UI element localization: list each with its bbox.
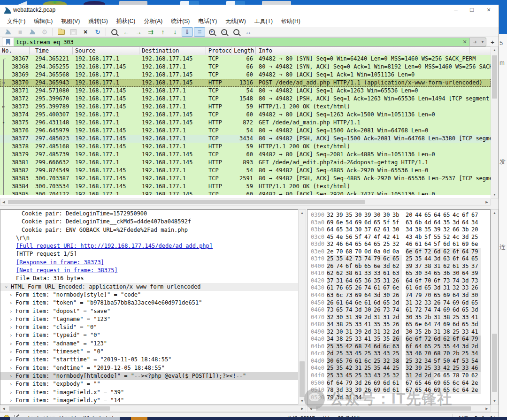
hex-byte[interactable]: 3d — [336, 394, 346, 402]
hex-byte[interactable]: 61 — [392, 380, 402, 387]
packet-row-38372[interactable]: 38372295.399670192.168.177.145192.168.17… — [0, 95, 491, 103]
hex-row-03e0[interactable]: 03e02e7068700d0a0d0a6e6f726d626f6479 — [307, 248, 490, 256]
hex-byte[interactable]: 20 — [406, 212, 415, 219]
hex-byte[interactable]: 69 — [355, 292, 364, 299]
hex-byte[interactable]: 66 — [453, 226, 462, 234]
capture-options-icon[interactable]: ⚙ — [39, 27, 50, 37]
hex-byte[interactable]: 36 — [364, 277, 374, 285]
packet-row-38376[interactable]: 38376296.645979192.168.177.145192.168.17… — [0, 127, 491, 135]
column-header-source[interactable]: Source — [73, 47, 139, 54]
hex-byte[interactable]: 35 — [336, 365, 346, 372]
scroll-left-icon[interactable]: ◀ — [307, 405, 314, 412]
hex-byte[interactable]: 5f — [434, 358, 443, 365]
hex-byte[interactable]: 5f — [355, 234, 364, 241]
hex-byte[interactable]: 4e — [336, 234, 346, 241]
hex-byte[interactable]: 33 — [364, 372, 374, 380]
hex-byte[interactable]: 64 — [462, 270, 471, 277]
hex-byte[interactable]: 61 — [383, 270, 392, 277]
menu-statistics[interactable]: 统计(S) — [167, 16, 194, 27]
column-header-protocol[interactable]: Protocol — [206, 47, 231, 54]
hex-byte[interactable]: 25 — [346, 321, 355, 328]
hex-byte[interactable]: 35 — [443, 343, 453, 351]
packet-row-38375[interactable]: •38375296.431148192.168.177.1192.168.177… — [0, 119, 491, 127]
packet-row-38371[interactable]: 38371294.571080192.168.177.145192.168.17… — [0, 87, 491, 95]
expand-icon[interactable]: › — [9, 340, 13, 348]
hex-byte[interactable]: 6d — [374, 343, 383, 351]
hex-byte[interactable]: 74 — [336, 263, 346, 270]
hex-byte[interactable]: 30 — [355, 226, 364, 234]
hex-row-04a0[interactable]: 04a034382533413535266e6f726d626f6479 — [307, 336, 490, 343]
hex-byte[interactable]: 35 — [336, 255, 346, 263]
hex-byte[interactable]: 32 — [327, 314, 336, 321]
hex-byte[interactable]: 65 — [383, 299, 392, 307]
hex-byte[interactable]: 6f — [406, 343, 415, 351]
detail-row-22[interactable]: ›Form item: "imageField.x" = "39" — [0, 389, 306, 397]
hex-byte[interactable]: 33 — [355, 336, 364, 343]
packet-row-38368[interactable]: 38368294.365255192.168.177.145192.168.17… — [0, 63, 491, 71]
hex-byte[interactable]: 65 — [336, 226, 346, 234]
hex-byte[interactable]: 62 — [471, 372, 481, 380]
hex-byte[interactable]: 67 — [406, 380, 415, 387]
hex-byte[interactable]: 61 — [336, 299, 346, 307]
hex-byte[interactable]: 63 — [392, 343, 402, 351]
hex-byte[interactable]: 53 — [462, 358, 471, 365]
hex-byte[interactable]: 26 — [327, 263, 336, 270]
detail-link[interactable]: [Next request in frame: 38375] — [16, 267, 118, 274]
hex-byte[interactable]: 64 — [364, 241, 374, 248]
hex-byte[interactable]: 65 — [471, 255, 481, 263]
detail-row-6[interactable]: [Response in frame: 38373] — [0, 259, 306, 267]
menu-view[interactable]: 视图(V) — [57, 16, 84, 27]
hex-byte[interactable]: 61 — [374, 284, 383, 292]
zoom-in-icon[interactable]: + — [206, 27, 217, 37]
hex-byte[interactable]: 33 — [462, 328, 471, 336]
hex-row-04c0[interactable]: 04c02d2533452533432533467068702b2534 — [307, 350, 490, 358]
hex-byte[interactable]: 25 — [462, 350, 471, 358]
hex-byte[interactable]: 44 — [383, 365, 392, 372]
scrollbar-thumb[interactable] — [316, 406, 471, 411]
hex-byte[interactable]: 37 — [364, 226, 374, 234]
column-header-no[interactable]: No. — [0, 47, 30, 54]
hex-byte[interactable]: 67 — [471, 212, 481, 219]
hex-byte[interactable]: 6f — [453, 248, 462, 256]
hex-byte[interactable]: 62 — [336, 270, 346, 277]
scroll-up-icon[interactable]: ▲ — [299, 210, 306, 216]
hex-byte[interactable]: 65 — [406, 270, 415, 277]
hex-byte[interactable]: 31 — [383, 277, 392, 285]
hex-byte[interactable]: 69 — [374, 387, 383, 394]
hex-byte[interactable]: 74 — [434, 321, 443, 328]
packet-row-38384[interactable]: 38384300.703534192.168.177.145192.168.17… — [0, 183, 491, 191]
reload-file-icon[interactable]: ↻ — [92, 27, 103, 37]
hex-byte[interactable]: 6e — [336, 219, 346, 227]
hex-byte[interactable]: 65 — [434, 292, 443, 299]
hex-byte[interactable]: 72 — [415, 306, 424, 314]
expand-icon[interactable]: › — [9, 331, 13, 339]
hex-byte[interactable]: 3d — [453, 219, 462, 227]
hex-byte[interactable]: 37 — [415, 263, 424, 270]
hex-byte[interactable]: 64 — [424, 241, 434, 248]
display-filter-input[interactable] — [14, 38, 460, 46]
filter-dropdown-icon[interactable]: ▼ — [479, 38, 486, 46]
hex-byte[interactable]: 73 — [443, 277, 453, 285]
hex-byte[interactable]: 2e — [327, 248, 336, 256]
hex-byte[interactable]: 46 — [424, 380, 434, 387]
scrollbar-thumb[interactable] — [9, 406, 110, 411]
hex-byte[interactable]: 69 — [462, 241, 471, 248]
hex-byte[interactable]: 25 — [327, 343, 336, 351]
close-file-icon[interactable]: × — [80, 27, 91, 37]
hex-byte[interactable]: 6c — [336, 292, 346, 299]
hex-byte[interactable]: 65 — [374, 219, 383, 227]
maximize-button[interactable]: □ — [464, 5, 480, 15]
hex-byte[interactable]: 3d — [462, 343, 471, 351]
hex-byte[interactable]: 6e — [392, 284, 402, 292]
hex-byte[interactable]: 2d — [424, 372, 434, 380]
hex-byte[interactable]: 38 — [392, 358, 402, 365]
hex-byte[interactable]: 46 — [424, 387, 434, 394]
hex-byte[interactable]: 6d — [415, 284, 424, 292]
expand-icon[interactable]: › — [9, 348, 13, 356]
hex-byte[interactable]: 64 — [346, 299, 355, 307]
hex-byte[interactable]: 42 — [346, 343, 355, 351]
detail-row-19[interactable]: ›Form item: "endtime" = "2019-12-05 18:4… — [0, 364, 306, 372]
hex-row-03a0[interactable]: 03a0696e54696d655f5f636b4d64353d6434 — [307, 219, 490, 227]
hex-byte[interactable]: 26 — [374, 306, 383, 314]
hex-byte[interactable]: 64 — [462, 336, 471, 343]
